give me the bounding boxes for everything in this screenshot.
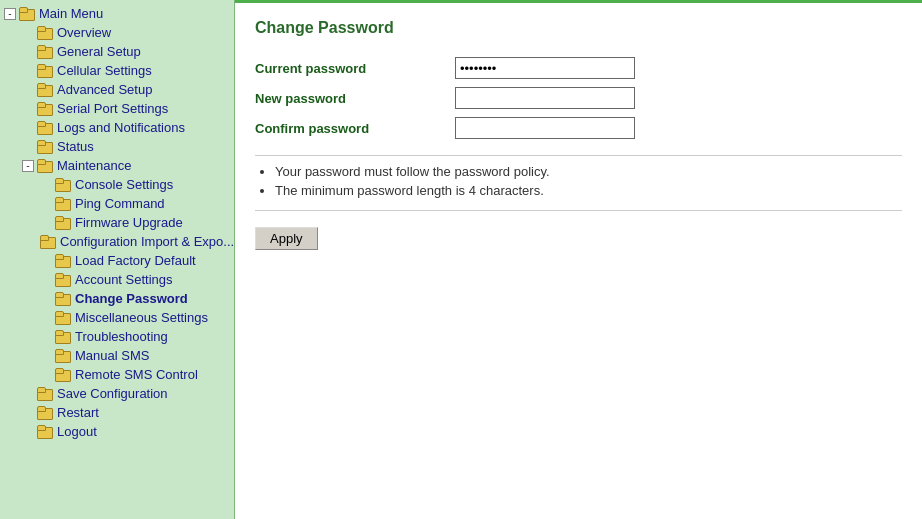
folder-icon-19 bbox=[55, 368, 71, 382]
sidebar-label-1: Overview bbox=[57, 25, 111, 40]
folder-icon-20 bbox=[37, 387, 53, 401]
sidebar-label-17: Troubleshooting bbox=[75, 329, 168, 344]
sidebar-item-7[interactable]: Status bbox=[0, 137, 234, 156]
sidebar-item-17[interactable]: Troubleshooting bbox=[0, 327, 234, 346]
folder-icon-13 bbox=[55, 254, 71, 268]
sidebar-item-3[interactable]: Cellular Settings bbox=[0, 61, 234, 80]
sidebar-label-8: Maintenance bbox=[57, 158, 131, 173]
expand-icon-0[interactable]: - bbox=[4, 8, 16, 20]
sidebar-label-10: Ping Command bbox=[75, 196, 165, 211]
sidebar-item-19[interactable]: Remote SMS Control bbox=[0, 365, 234, 384]
sidebar-item-4[interactable]: Advanced Setup bbox=[0, 80, 234, 99]
sidebar-item-5[interactable]: Serial Port Settings bbox=[0, 99, 234, 118]
apply-button[interactable]: Apply bbox=[255, 227, 318, 250]
folder-icon-21 bbox=[37, 406, 53, 420]
folder-icon-17 bbox=[55, 330, 71, 344]
folder-icon-0 bbox=[19, 7, 35, 21]
folder-icon-9 bbox=[55, 178, 71, 192]
new-password-row: New password bbox=[255, 87, 902, 109]
policy-list: Your password must follow the password p… bbox=[255, 164, 902, 198]
sidebar-label-0: Main Menu bbox=[39, 6, 103, 21]
sidebar: -Main MenuOverviewGeneral SetupCellular … bbox=[0, 0, 235, 519]
sidebar-item-9[interactable]: Console Settings bbox=[0, 175, 234, 194]
sidebar-item-18[interactable]: Manual SMS bbox=[0, 346, 234, 365]
policy-item-1: Your password must follow the password p… bbox=[275, 164, 902, 179]
sidebar-label-2: General Setup bbox=[57, 44, 141, 59]
folder-icon-6 bbox=[37, 121, 53, 135]
page-title: Change Password bbox=[255, 19, 902, 37]
sidebar-label-14: Account Settings bbox=[75, 272, 173, 287]
sidebar-item-15[interactable]: Change Password bbox=[0, 289, 234, 308]
folder-icon-15 bbox=[55, 292, 71, 306]
new-password-label: New password bbox=[255, 91, 455, 106]
sidebar-label-12: Configuration Import & Expo... bbox=[60, 234, 234, 249]
sidebar-item-11[interactable]: Firmware Upgrade bbox=[0, 213, 234, 232]
confirm-password-input[interactable] bbox=[455, 117, 635, 139]
current-password-label: Current password bbox=[255, 61, 455, 76]
folder-icon-8 bbox=[37, 159, 53, 173]
policy-item-2: The minimum password length is 4 charact… bbox=[275, 183, 902, 198]
sidebar-item-2[interactable]: General Setup bbox=[0, 42, 234, 61]
sidebar-label-6: Logs and Notifications bbox=[57, 120, 185, 135]
sidebar-label-19: Remote SMS Control bbox=[75, 367, 198, 382]
current-password-input[interactable] bbox=[455, 57, 635, 79]
sidebar-label-13: Load Factory Default bbox=[75, 253, 196, 268]
sidebar-item-0[interactable]: -Main Menu bbox=[0, 4, 234, 23]
sidebar-label-20: Save Configuration bbox=[57, 386, 168, 401]
sidebar-label-15: Change Password bbox=[75, 291, 188, 306]
confirm-password-label: Confirm password bbox=[255, 121, 455, 136]
sidebar-item-10[interactable]: Ping Command bbox=[0, 194, 234, 213]
folder-icon-18 bbox=[55, 349, 71, 363]
folder-icon-16 bbox=[55, 311, 71, 325]
sidebar-label-4: Advanced Setup bbox=[57, 82, 152, 97]
sidebar-item-8[interactable]: -Maintenance bbox=[0, 156, 234, 175]
confirm-password-row: Confirm password bbox=[255, 117, 902, 139]
sidebar-label-11: Firmware Upgrade bbox=[75, 215, 183, 230]
folder-icon-22 bbox=[37, 425, 53, 439]
expand-icon-8[interactable]: - bbox=[22, 160, 34, 172]
sidebar-item-21[interactable]: Restart bbox=[0, 403, 234, 422]
folder-icon-3 bbox=[37, 64, 53, 78]
form-section: Current password New password Confirm pa… bbox=[255, 57, 902, 139]
sidebar-label-22: Logout bbox=[57, 424, 97, 439]
sidebar-item-22[interactable]: Logout bbox=[0, 422, 234, 441]
main-content: Change Password Current password New pas… bbox=[235, 0, 922, 519]
folder-icon-10 bbox=[55, 197, 71, 211]
folder-icon-5 bbox=[37, 102, 53, 116]
folder-icon-2 bbox=[37, 45, 53, 59]
folder-icon-1 bbox=[37, 26, 53, 40]
sidebar-label-9: Console Settings bbox=[75, 177, 173, 192]
sidebar-label-7: Status bbox=[57, 139, 94, 154]
sidebar-item-16[interactable]: Miscellaneous Settings bbox=[0, 308, 234, 327]
sidebar-item-14[interactable]: Account Settings bbox=[0, 270, 234, 289]
sidebar-item-1[interactable]: Overview bbox=[0, 23, 234, 42]
sidebar-item-20[interactable]: Save Configuration bbox=[0, 384, 234, 403]
folder-icon-12 bbox=[40, 235, 56, 249]
sidebar-label-5: Serial Port Settings bbox=[57, 101, 168, 116]
sidebar-label-16: Miscellaneous Settings bbox=[75, 310, 208, 325]
sidebar-label-3: Cellular Settings bbox=[57, 63, 152, 78]
folder-icon-14 bbox=[55, 273, 71, 287]
sidebar-item-13[interactable]: Load Factory Default bbox=[0, 251, 234, 270]
policy-section: Your password must follow the password p… bbox=[255, 155, 902, 211]
sidebar-item-6[interactable]: Logs and Notifications bbox=[0, 118, 234, 137]
new-password-input[interactable] bbox=[455, 87, 635, 109]
folder-icon-4 bbox=[37, 83, 53, 97]
sidebar-label-18: Manual SMS bbox=[75, 348, 149, 363]
current-password-row: Current password bbox=[255, 57, 902, 79]
sidebar-label-21: Restart bbox=[57, 405, 99, 420]
folder-icon-7 bbox=[37, 140, 53, 154]
folder-icon-11 bbox=[55, 216, 71, 230]
sidebar-item-12[interactable]: Configuration Import & Expo... bbox=[0, 232, 234, 251]
